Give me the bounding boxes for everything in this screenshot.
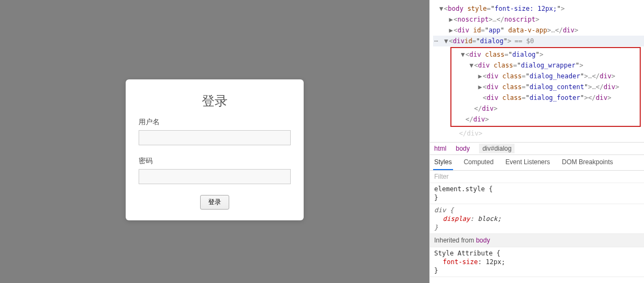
elements-breadcrumb[interactable]: html body div#dialog (430, 142, 644, 155)
tab-computed[interactable]: Computed (463, 155, 495, 170)
inherited-body-link[interactable]: body (476, 237, 490, 244)
rule-element-style[interactable]: element.style { } (430, 183, 644, 204)
rule-selector-div: div { (434, 206, 640, 214)
rule-close-styleattr: } (434, 266, 640, 275)
tree-dialog-selected[interactable]: ⋯▼<div id="dialog">== $0 (433, 36, 644, 46)
password-label: 密码 (139, 156, 291, 166)
styles-filter[interactable]: Filter (430, 171, 644, 183)
tab-event-listeners[interactable]: Event Listeners (504, 155, 551, 170)
tree-close-faint[interactable]: </div> (433, 128, 644, 139)
username-row: 用户名 (139, 117, 291, 145)
tree-close-dialog-class[interactable]: </div> (455, 114, 638, 125)
rule-selector-styleattr: Style Attribute { (434, 249, 640, 258)
login-dialog: 登录 用户名 密码 登录 (126, 79, 304, 220)
tree-close-wrapper[interactable]: </div> (455, 103, 638, 114)
tree-body-open[interactable]: ▼<body style="font-size: 12px;"> (433, 3, 644, 14)
tab-styles[interactable]: Styles (433, 155, 453, 170)
tab-dom-breakpoints[interactable]: DOM Breakpoints (561, 155, 614, 170)
inherited-from-text: Inherited from (434, 237, 476, 244)
rule-selector: element.style { (434, 185, 640, 193)
tree-footer[interactable]: <div class="dialog_footer"></div> (455, 92, 638, 103)
dialog-title: 登录 (139, 92, 291, 110)
login-button[interactable]: 登录 (200, 195, 229, 210)
tree-header[interactable]: ▶<div class="dialog_header">…</div> (455, 71, 638, 82)
tree-content[interactable]: ▶<div class="dialog_content">…</div> (455, 82, 638, 92)
rule-prop-display: display: block; (434, 214, 640, 223)
elements-tree[interactable]: ▼<body style="font-size: 12px;"> ▶<noscr… (430, 0, 644, 142)
crumb-body[interactable]: body (456, 145, 470, 152)
crumb-selected[interactable]: div#dialog (479, 144, 515, 153)
username-input[interactable] (139, 130, 291, 145)
rule-style-attribute[interactable]: Style Attribute { font-size: 12px; } (430, 247, 644, 277)
tree-noscript[interactable]: ▶<noscript>…</noscript> (433, 14, 644, 25)
rule-div[interactable]: div { display: block; } (430, 204, 644, 234)
styles-tabs: Styles Computed Event Listeners DOM Brea… (430, 155, 644, 171)
tree-dialog-class[interactable]: ▼<div class="dialog"> (455, 49, 638, 60)
tree-wrapper[interactable]: ▼<div class="dialog_wrapper"> (455, 60, 638, 71)
password-input[interactable] (139, 169, 291, 184)
rule-prop-fontsize: font-size: 12px; (434, 258, 640, 266)
tree-app-div[interactable]: ▶<div id="app" data-v-app>…</div> (433, 25, 644, 36)
rule-close-div: } (434, 223, 640, 232)
rule-inherited-header: Inherited from body (430, 234, 644, 247)
rule-close: } (434, 193, 640, 202)
username-label: 用户名 (139, 117, 291, 127)
styles-pane: element.style { } div { display: block; … (430, 183, 644, 277)
password-row: 密码 (139, 156, 291, 184)
devtools-panel: ▼<body style="font-size: 12px;"> ▶<noscr… (429, 0, 644, 283)
highlighted-subtree: ▼<div class="dialog"> ▼<div class="dialo… (450, 47, 641, 127)
dialog-footer: 登录 (139, 195, 291, 210)
crumb-html[interactable]: html (434, 145, 447, 152)
page-viewport: 登录 用户名 密码 登录 (0, 0, 429, 283)
